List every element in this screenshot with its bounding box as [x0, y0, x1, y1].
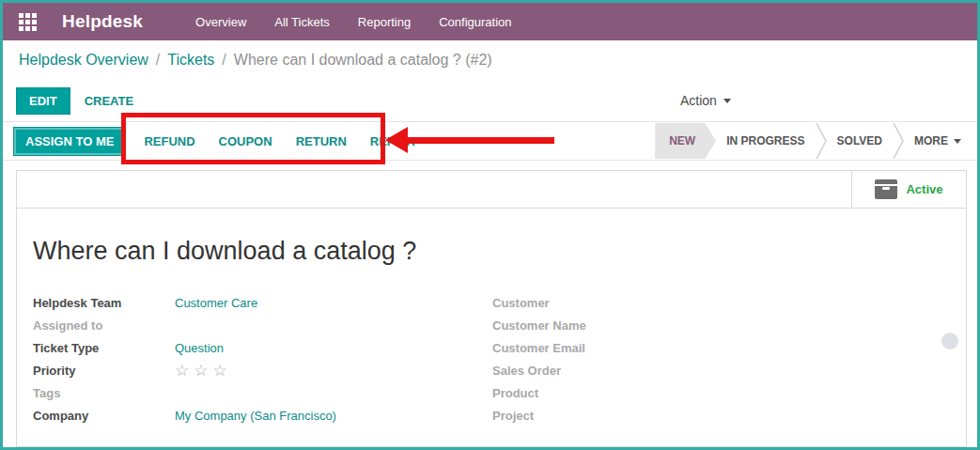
field-label-ticket-type: Ticket Type — [33, 341, 175, 355]
active-archive-button[interactable]: Active — [851, 171, 966, 208]
menu-reporting[interactable]: Reporting — [358, 15, 411, 29]
field-row-tags: Tags — [33, 381, 492, 404]
priority-stars: ☆☆☆ — [175, 363, 232, 379]
menu-configuration[interactable]: Configuration — [439, 15, 511, 29]
field-label-customer: Customer — [492, 296, 634, 310]
field-row-project: Project — [492, 404, 966, 427]
archive-box-icon — [875, 179, 897, 199]
field-label-priority: Priority — [33, 364, 175, 378]
field-row-assigned-to: Assigned to — [33, 314, 492, 336]
field-label-project: Project — [492, 409, 634, 423]
field-row-customer: Customer — [492, 291, 966, 314]
app-title[interactable]: Helpdesk — [62, 11, 143, 32]
field-label-company: Company — [33, 409, 175, 423]
field-label-sales-order: Sales Order — [492, 364, 634, 378]
menu-all-tickets[interactable]: All Tickets — [274, 15, 330, 29]
kanban-state-dot[interactable] — [941, 333, 958, 349]
active-label: Active — [906, 182, 942, 196]
star-icon[interactable]: ☆ — [213, 362, 232, 380]
statusbar: ASSIGN TO ME REFUND COUPON RETURN REPAIR… — [3, 121, 977, 161]
action-dropdown[interactable]: Action — [680, 80, 731, 121]
stage-pipeline: NEW IN PROGRESS SOLVED MORE — [655, 123, 972, 159]
breadcrumb-helpdesk-overview[interactable]: Helpdesk Overview — [19, 52, 148, 69]
assign-to-me-button[interactable]: ASSIGN TO ME — [13, 127, 126, 156]
field-row-product: Product — [492, 381, 966, 404]
stage-more-label: MORE — [914, 134, 948, 147]
breadcrumb-separator: / — [156, 52, 160, 69]
sheet-body: Where can I download a catalog ? Helpdes… — [17, 237, 966, 427]
field-value-company[interactable]: My Company (San Francisco) — [175, 409, 336, 423]
field-label-product: Product — [492, 386, 634, 400]
field-group-left: Helpdesk Team Customer Care Assigned to … — [33, 291, 492, 427]
field-value-helpdesk-team[interactable]: Customer Care — [175, 296, 257, 310]
field-row-company: Company My Company (San Francisco) — [33, 404, 492, 427]
action-label: Action — [680, 93, 717, 108]
field-row-helpdesk-team: Helpdesk Team Customer Care — [33, 291, 492, 314]
repair-button[interactable]: REPAIR — [370, 134, 415, 148]
coupon-button[interactable]: COUPON — [219, 134, 272, 148]
breadcrumb-separator: / — [222, 52, 226, 69]
statusbar-buttons: REFUND COUPON RETURN REPAIR — [144, 134, 415, 148]
stage-new[interactable]: NEW — [655, 123, 716, 159]
app-window: Helpdesk Overview All Tickets Reporting … — [0, 0, 980, 450]
field-groups: Helpdesk Team Customer Care Assigned to … — [33, 291, 966, 427]
field-label-assigned-to: Assigned to — [33, 318, 175, 333]
stage-separator-icon — [816, 123, 827, 159]
stage-solved[interactable]: SOLVED — [827, 123, 893, 159]
star-icon[interactable]: ☆ — [175, 362, 194, 380]
star-icon[interactable]: ☆ — [194, 362, 212, 380]
stage-more-dropdown[interactable]: MORE — [904, 123, 972, 159]
ticket-form-sheet: Active Where can I download a catalog ? … — [16, 170, 967, 447]
field-row-customer-name: Customer Name — [492, 314, 966, 336]
top-menu: Overview All Tickets Reporting Configura… — [195, 15, 511, 29]
stage-in-progress[interactable]: IN PROGRESS — [716, 123, 815, 159]
ticket-title: Where can I download a catalog ? — [33, 237, 966, 266]
field-label-helpdesk-team: Helpdesk Team — [33, 296, 175, 310]
field-label-customer-name: Customer Name — [492, 318, 634, 333]
return-button[interactable]: RETURN — [296, 134, 347, 148]
field-row-ticket-type: Ticket Type Question — [33, 336, 492, 359]
stage-separator-icon — [893, 123, 904, 159]
breadcrumb: Helpdesk Overview / Tickets / Where can … — [3, 40, 977, 80]
kanban-state-holder — [933, 295, 950, 312]
field-group-right: Customer Customer Name Customer Email Sa… — [492, 291, 966, 427]
field-value-ticket-type[interactable]: Question — [175, 341, 224, 355]
top-navbar: Helpdesk Overview All Tickets Reporting … — [3, 3, 977, 40]
caret-down-icon — [723, 99, 731, 103]
breadcrumb-current: Where can I download a catalog ? (#2) — [234, 52, 492, 69]
field-row-customer-email: Customer Email — [492, 336, 966, 359]
create-button[interactable]: CREATE — [85, 94, 133, 108]
menu-overview[interactable]: Overview — [195, 15, 246, 29]
field-label-tags: Tags — [33, 386, 175, 400]
breadcrumb-tickets[interactable]: Tickets — [167, 52, 214, 69]
field-row-priority: Priority ☆☆☆ — [33, 359, 492, 381]
refund-button[interactable]: REFUND — [144, 134, 194, 148]
caret-down-icon — [954, 139, 961, 144]
control-row: EDIT CREATE Action — [3, 80, 977, 121]
edit-button[interactable]: EDIT — [16, 87, 70, 115]
field-label-customer-email: Customer Email — [492, 341, 634, 355]
button-box: Active — [17, 171, 966, 209]
field-row-sales-order: Sales Order — [492, 359, 966, 381]
apps-grid-icon[interactable] — [19, 13, 37, 31]
